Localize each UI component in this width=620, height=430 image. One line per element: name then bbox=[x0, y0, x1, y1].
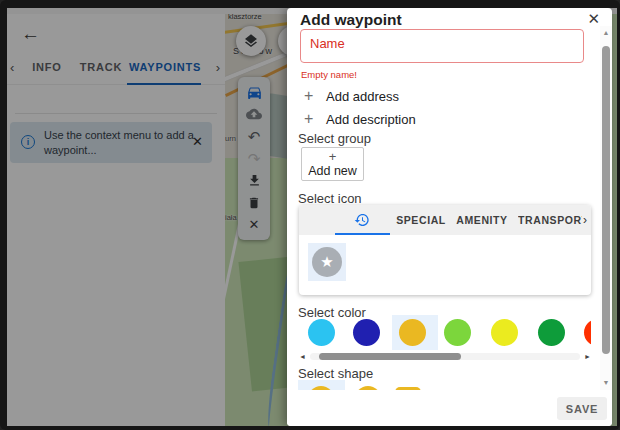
dialog-close-icon[interactable]: ✕ bbox=[587, 10, 600, 28]
name-input-label: Name bbox=[310, 36, 345, 51]
select-icon-label: Select icon bbox=[298, 191, 362, 206]
name-input[interactable]: Name bbox=[300, 29, 584, 63]
plus-icon: + bbox=[302, 149, 363, 164]
icon-option-star[interactable]: ★ bbox=[308, 243, 346, 281]
tab-recent[interactable] bbox=[354, 212, 370, 228]
dialog-footer: SAVE bbox=[287, 390, 612, 426]
tab-special[interactable]: SPECIAL bbox=[391, 214, 451, 226]
add-description-label: Add description bbox=[326, 112, 416, 127]
dialog-scrollbar[interactable]: ▲ ▼ bbox=[600, 26, 612, 390]
history-clock-icon bbox=[354, 212, 370, 228]
icon-category-tabs: SPECIAL AMENITY TRANSPORT › bbox=[299, 205, 591, 235]
scroll-left-icon[interactable]: ◄ bbox=[299, 353, 306, 361]
app-screen: klasztorze Sułków urn iała ↶ ↷ bbox=[7, 8, 617, 426]
add-description-button[interactable]: + Add description bbox=[287, 110, 487, 130]
window-frame: klasztorze Sułków urn iała ↶ ↷ bbox=[0, 0, 620, 430]
icon-picker-panel: SPECIAL AMENITY TRANSPORT › ★ bbox=[299, 205, 591, 295]
save-button[interactable]: SAVE bbox=[557, 397, 607, 420]
star-marker: ★ bbox=[312, 247, 342, 277]
color-swatch-cyan[interactable] bbox=[308, 319, 335, 346]
color-scrollbar-track[interactable] bbox=[310, 353, 580, 360]
plus-icon: + bbox=[304, 110, 313, 128]
tab-transport[interactable]: TRANSPORT bbox=[518, 214, 582, 226]
color-swatch-red[interactable] bbox=[584, 319, 591, 346]
color-scrollbar: ◄ ► bbox=[299, 352, 591, 361]
scroll-right-icon[interactable]: ► bbox=[584, 353, 591, 361]
add-waypoint-dialog: Add waypoint ✕ Name Empty name! + Add ad… bbox=[287, 8, 612, 426]
color-swatch-lightgreen[interactable] bbox=[444, 319, 471, 346]
dialog-scrollbar-thumb[interactable] bbox=[602, 46, 610, 354]
add-new-group-button[interactable]: + Add new bbox=[301, 147, 364, 181]
color-swatch-gold[interactable] bbox=[399, 319, 426, 346]
color-swatch-navy[interactable] bbox=[353, 319, 380, 346]
color-swatch-yellow[interactable] bbox=[491, 319, 518, 346]
select-shape-label: Select shape bbox=[298, 366, 373, 381]
color-picker bbox=[299, 315, 591, 350]
scroll-down-icon[interactable]: ▼ bbox=[600, 379, 612, 387]
add-address-button[interactable]: + Add address bbox=[287, 87, 487, 107]
active-icon-tab-underline bbox=[335, 233, 390, 235]
color-scrollbar-thumb[interactable] bbox=[319, 353, 461, 360]
scroll-up-icon[interactable]: ▲ bbox=[600, 29, 612, 37]
select-group-label: Select group bbox=[298, 131, 371, 146]
plus-icon: + bbox=[304, 87, 313, 105]
tabs-more-icon[interactable]: › bbox=[583, 213, 587, 227]
add-address-label: Add address bbox=[326, 89, 399, 104]
tab-amenity[interactable]: AMENITY bbox=[452, 214, 512, 226]
dialog-title: Add waypoint bbox=[300, 11, 402, 29]
star-icon: ★ bbox=[320, 253, 333, 271]
add-new-label: Add new bbox=[302, 164, 363, 178]
empty-name-error: Empty name! bbox=[301, 69, 357, 80]
color-swatch-green[interactable] bbox=[538, 319, 565, 346]
